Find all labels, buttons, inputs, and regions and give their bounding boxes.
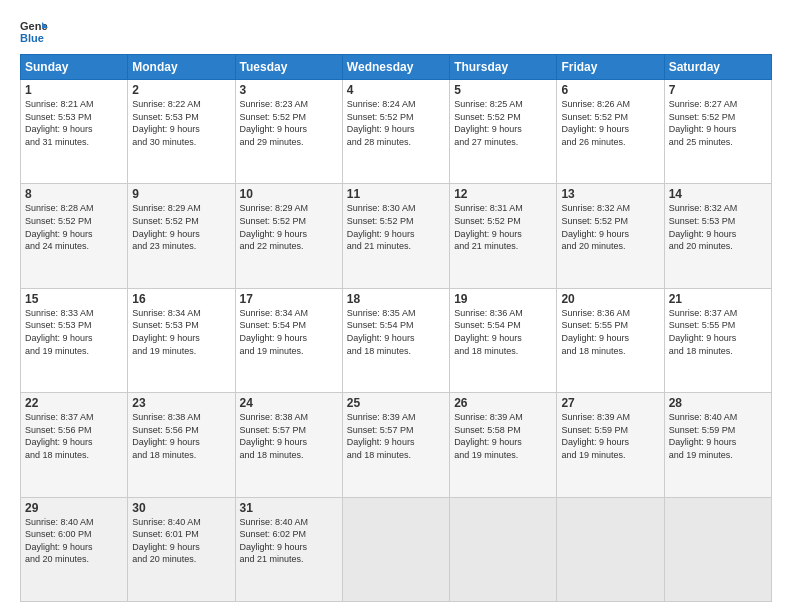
day-cell: 18Sunrise: 8:35 AM Sunset: 5:54 PM Dayli… xyxy=(342,288,449,392)
day-number: 20 xyxy=(561,292,659,306)
col-header-tuesday: Tuesday xyxy=(235,55,342,80)
day-cell: 30Sunrise: 8:40 AM Sunset: 6:01 PM Dayli… xyxy=(128,497,235,601)
day-cell: 7Sunrise: 8:27 AM Sunset: 5:52 PM Daylig… xyxy=(664,80,771,184)
day-number: 31 xyxy=(240,501,338,515)
day-number: 19 xyxy=(454,292,552,306)
day-info: Sunrise: 8:23 AM Sunset: 5:52 PM Dayligh… xyxy=(240,98,338,148)
day-number: 14 xyxy=(669,187,767,201)
week-row-2: 8Sunrise: 8:28 AM Sunset: 5:52 PM Daylig… xyxy=(21,184,772,288)
day-cell xyxy=(450,497,557,601)
day-number: 21 xyxy=(669,292,767,306)
day-info: Sunrise: 8:32 AM Sunset: 5:52 PM Dayligh… xyxy=(561,202,659,252)
day-info: Sunrise: 8:37 AM Sunset: 5:56 PM Dayligh… xyxy=(25,411,123,461)
day-info: Sunrise: 8:39 AM Sunset: 5:57 PM Dayligh… xyxy=(347,411,445,461)
day-cell: 14Sunrise: 8:32 AM Sunset: 5:53 PM Dayli… xyxy=(664,184,771,288)
day-info: Sunrise: 8:36 AM Sunset: 5:55 PM Dayligh… xyxy=(561,307,659,357)
day-info: Sunrise: 8:30 AM Sunset: 5:52 PM Dayligh… xyxy=(347,202,445,252)
col-header-thursday: Thursday xyxy=(450,55,557,80)
col-header-wednesday: Wednesday xyxy=(342,55,449,80)
day-info: Sunrise: 8:39 AM Sunset: 5:59 PM Dayligh… xyxy=(561,411,659,461)
day-cell: 26Sunrise: 8:39 AM Sunset: 5:58 PM Dayli… xyxy=(450,393,557,497)
day-number: 28 xyxy=(669,396,767,410)
calendar-table: SundayMondayTuesdayWednesdayThursdayFrid… xyxy=(20,54,772,602)
day-number: 6 xyxy=(561,83,659,97)
day-cell: 5Sunrise: 8:25 AM Sunset: 5:52 PM Daylig… xyxy=(450,80,557,184)
day-info: Sunrise: 8:38 AM Sunset: 5:56 PM Dayligh… xyxy=(132,411,230,461)
day-info: Sunrise: 8:40 AM Sunset: 6:01 PM Dayligh… xyxy=(132,516,230,566)
logo: General Blue xyxy=(20,18,54,46)
day-info: Sunrise: 8:34 AM Sunset: 5:53 PM Dayligh… xyxy=(132,307,230,357)
day-cell: 24Sunrise: 8:38 AM Sunset: 5:57 PM Dayli… xyxy=(235,393,342,497)
day-number: 9 xyxy=(132,187,230,201)
logo-icon: General Blue xyxy=(20,18,48,46)
day-info: Sunrise: 8:21 AM Sunset: 5:53 PM Dayligh… xyxy=(25,98,123,148)
day-cell: 23Sunrise: 8:38 AM Sunset: 5:56 PM Dayli… xyxy=(128,393,235,497)
day-info: Sunrise: 8:28 AM Sunset: 5:52 PM Dayligh… xyxy=(25,202,123,252)
day-cell: 22Sunrise: 8:37 AM Sunset: 5:56 PM Dayli… xyxy=(21,393,128,497)
day-number: 7 xyxy=(669,83,767,97)
day-number: 4 xyxy=(347,83,445,97)
day-cell: 10Sunrise: 8:29 AM Sunset: 5:52 PM Dayli… xyxy=(235,184,342,288)
day-number: 3 xyxy=(240,83,338,97)
week-row-4: 22Sunrise: 8:37 AM Sunset: 5:56 PM Dayli… xyxy=(21,393,772,497)
col-header-friday: Friday xyxy=(557,55,664,80)
day-number: 2 xyxy=(132,83,230,97)
day-number: 30 xyxy=(132,501,230,515)
day-cell: 25Sunrise: 8:39 AM Sunset: 5:57 PM Dayli… xyxy=(342,393,449,497)
day-info: Sunrise: 8:34 AM Sunset: 5:54 PM Dayligh… xyxy=(240,307,338,357)
day-cell xyxy=(664,497,771,601)
week-row-5: 29Sunrise: 8:40 AM Sunset: 6:00 PM Dayli… xyxy=(21,497,772,601)
day-number: 1 xyxy=(25,83,123,97)
day-number: 18 xyxy=(347,292,445,306)
day-info: Sunrise: 8:40 AM Sunset: 5:59 PM Dayligh… xyxy=(669,411,767,461)
day-cell: 12Sunrise: 8:31 AM Sunset: 5:52 PM Dayli… xyxy=(450,184,557,288)
day-cell: 16Sunrise: 8:34 AM Sunset: 5:53 PM Dayli… xyxy=(128,288,235,392)
day-info: Sunrise: 8:38 AM Sunset: 5:57 PM Dayligh… xyxy=(240,411,338,461)
day-cell xyxy=(557,497,664,601)
day-cell: 4Sunrise: 8:24 AM Sunset: 5:52 PM Daylig… xyxy=(342,80,449,184)
day-info: Sunrise: 8:40 AM Sunset: 6:00 PM Dayligh… xyxy=(25,516,123,566)
day-cell: 29Sunrise: 8:40 AM Sunset: 6:00 PM Dayli… xyxy=(21,497,128,601)
col-header-sunday: Sunday xyxy=(21,55,128,80)
day-cell: 2Sunrise: 8:22 AM Sunset: 5:53 PM Daylig… xyxy=(128,80,235,184)
day-number: 27 xyxy=(561,396,659,410)
day-number: 17 xyxy=(240,292,338,306)
day-number: 22 xyxy=(25,396,123,410)
day-cell: 6Sunrise: 8:26 AM Sunset: 5:52 PM Daylig… xyxy=(557,80,664,184)
day-info: Sunrise: 8:26 AM Sunset: 5:52 PM Dayligh… xyxy=(561,98,659,148)
day-info: Sunrise: 8:24 AM Sunset: 5:52 PM Dayligh… xyxy=(347,98,445,148)
week-row-3: 15Sunrise: 8:33 AM Sunset: 5:53 PM Dayli… xyxy=(21,288,772,392)
day-cell: 20Sunrise: 8:36 AM Sunset: 5:55 PM Dayli… xyxy=(557,288,664,392)
week-row-1: 1Sunrise: 8:21 AM Sunset: 5:53 PM Daylig… xyxy=(21,80,772,184)
day-info: Sunrise: 8:27 AM Sunset: 5:52 PM Dayligh… xyxy=(669,98,767,148)
header: General Blue xyxy=(20,18,772,46)
day-number: 26 xyxy=(454,396,552,410)
day-number: 8 xyxy=(25,187,123,201)
day-number: 29 xyxy=(25,501,123,515)
day-info: Sunrise: 8:22 AM Sunset: 5:53 PM Dayligh… xyxy=(132,98,230,148)
day-info: Sunrise: 8:29 AM Sunset: 5:52 PM Dayligh… xyxy=(240,202,338,252)
day-cell: 15Sunrise: 8:33 AM Sunset: 5:53 PM Dayli… xyxy=(21,288,128,392)
day-cell: 21Sunrise: 8:37 AM Sunset: 5:55 PM Dayli… xyxy=(664,288,771,392)
day-info: Sunrise: 8:31 AM Sunset: 5:52 PM Dayligh… xyxy=(454,202,552,252)
day-cell: 13Sunrise: 8:32 AM Sunset: 5:52 PM Dayli… xyxy=(557,184,664,288)
day-cell: 28Sunrise: 8:40 AM Sunset: 5:59 PM Dayli… xyxy=(664,393,771,497)
col-header-monday: Monday xyxy=(128,55,235,80)
day-number: 10 xyxy=(240,187,338,201)
day-cell: 3Sunrise: 8:23 AM Sunset: 5:52 PM Daylig… xyxy=(235,80,342,184)
day-cell: 19Sunrise: 8:36 AM Sunset: 5:54 PM Dayli… xyxy=(450,288,557,392)
day-info: Sunrise: 8:29 AM Sunset: 5:52 PM Dayligh… xyxy=(132,202,230,252)
day-info: Sunrise: 8:33 AM Sunset: 5:53 PM Dayligh… xyxy=(25,307,123,357)
day-number: 13 xyxy=(561,187,659,201)
svg-text:Blue: Blue xyxy=(20,32,44,44)
day-info: Sunrise: 8:25 AM Sunset: 5:52 PM Dayligh… xyxy=(454,98,552,148)
day-cell: 27Sunrise: 8:39 AM Sunset: 5:59 PM Dayli… xyxy=(557,393,664,497)
day-info: Sunrise: 8:39 AM Sunset: 5:58 PM Dayligh… xyxy=(454,411,552,461)
day-number: 24 xyxy=(240,396,338,410)
day-info: Sunrise: 8:40 AM Sunset: 6:02 PM Dayligh… xyxy=(240,516,338,566)
day-number: 25 xyxy=(347,396,445,410)
day-info: Sunrise: 8:35 AM Sunset: 5:54 PM Dayligh… xyxy=(347,307,445,357)
header-row: SundayMondayTuesdayWednesdayThursdayFrid… xyxy=(21,55,772,80)
day-cell: 31Sunrise: 8:40 AM Sunset: 6:02 PM Dayli… xyxy=(235,497,342,601)
day-info: Sunrise: 8:37 AM Sunset: 5:55 PM Dayligh… xyxy=(669,307,767,357)
